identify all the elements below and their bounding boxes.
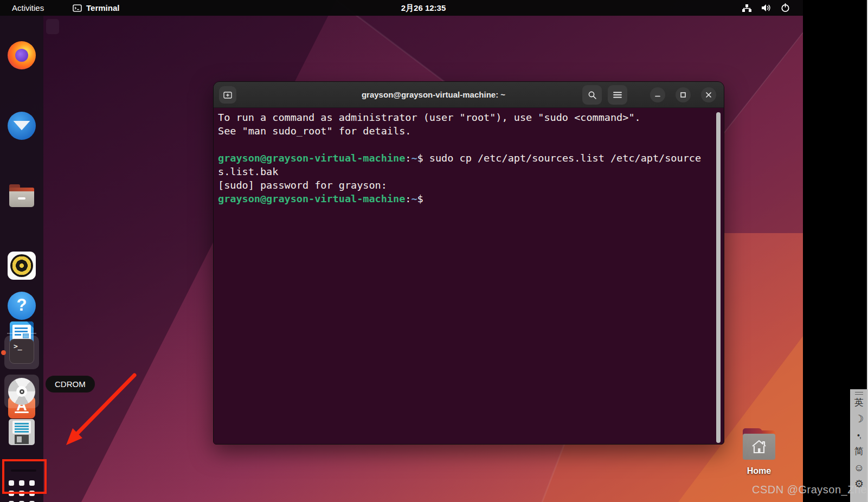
dock-item-thunderbird[interactable]: [8, 112, 36, 140]
terminal-header[interactable]: grayson@grayson-virtual-machine: ~: [214, 82, 724, 108]
focused-app-menu[interactable]: Terminal: [73, 0, 119, 16]
new-tab-button[interactable]: [219, 86, 236, 104]
screen: Activities Terminal 2月26 12:35: [0, 0, 868, 502]
writer-fold: [27, 321, 34, 328]
home-icon-label: Home: [747, 466, 771, 476]
terminal-line: See "man sudo_root" for details.: [218, 124, 724, 138]
minimize-button[interactable]: [650, 87, 665, 102]
floppy-shutter: [15, 435, 29, 444]
system-status-area[interactable]: [742, 0, 790, 16]
network-icon: [742, 4, 752, 12]
window-ghost-artifact: [46, 19, 59, 34]
bag-bar: [15, 411, 29, 413]
activities-button[interactable]: Activities: [12, 0, 44, 16]
terminal-app-icon: [73, 4, 82, 12]
ime-emoji-button[interactable]: ☺: [850, 460, 868, 476]
terminal-line: [218, 138, 724, 151]
writer-line: [15, 331, 28, 332]
ime-english-mode-button[interactable]: 英: [850, 395, 868, 411]
floppy-label: [12, 421, 31, 434]
power-icon: [781, 3, 790, 12]
dock-item-help[interactable]: ?: [8, 292, 36, 320]
dock-item-floppy-drive[interactable]: [9, 419, 35, 445]
dock-item-cdrom[interactable]: [8, 378, 35, 405]
floppy-line: [15, 426, 29, 427]
new-tab-icon: [223, 91, 232, 99]
window-title: grayson@grayson-virtual-machine: ~: [295, 82, 572, 108]
home-folder-body: [743, 434, 775, 460]
cd-pin: [20, 389, 24, 394]
floppy-shutter-window: [17, 436, 22, 442]
close-icon: [705, 92, 712, 98]
maximize-icon: [680, 92, 686, 98]
folder-dash: [18, 197, 25, 199]
terminal-scrollbar[interactable]: [716, 112, 721, 443]
ime-toolbar: 英 ☽ •, 简 ☺ ⚙: [850, 389, 868, 502]
dock-tooltip: CDROM: [46, 376, 95, 392]
menu-button[interactable]: [608, 85, 627, 105]
vm-desktop: Activities Terminal 2月26 12:35: [0, 0, 803, 502]
terminal-line: To run a command as administrator (user …: [218, 111, 724, 124]
hamburger-menu-icon: [613, 92, 622, 98]
close-button[interactable]: [701, 87, 716, 102]
annotation-highlight-rectangle: [2, 459, 47, 494]
writer-line: [15, 327, 28, 329]
maximize-button[interactable]: [676, 87, 691, 102]
terminal-output: To run a command as administrator (user …: [214, 108, 724, 444]
terminal-line: grayson@grayson-virtual-machine:~$ sudo …: [218, 151, 724, 165]
floppy-line: [15, 431, 29, 433]
terminal-line: grayson@grayson-virtual-machine:~$: [218, 192, 724, 205]
dock-item-terminal[interactable]: >_: [9, 339, 34, 364]
search-icon: [588, 91, 597, 100]
search-button[interactable]: [582, 85, 602, 105]
ime-half-width-button[interactable]: ☽: [850, 411, 868, 427]
dock: A ? >_: [0, 16, 43, 502]
dock-item-rhythmbox[interactable]: [8, 252, 36, 280]
floppy-line: [15, 423, 29, 424]
dock-separator: [7, 333, 36, 334]
ime-simplified-chinese-button[interactable]: 简: [850, 443, 868, 460]
terminal-line: s.list.bak: [218, 165, 724, 178]
terminal-line: [sudo] password for grayson:: [218, 178, 724, 192]
house-icon: [751, 439, 767, 454]
minimize-icon: [654, 92, 661, 98]
dock-item-firefox[interactable]: [8, 41, 36, 69]
terminal-window: grayson@grayson-virtual-machine: ~: [213, 81, 724, 445]
floppy-line: [15, 428, 29, 430]
ime-punctuation-button[interactable]: •,: [850, 427, 868, 443]
ime-settings-button[interactable]: ⚙: [850, 476, 868, 492]
top-bar: Activities Terminal 2月26 12:35: [0, 0, 803, 16]
desktop-icon-home[interactable]: [742, 427, 776, 462]
cd-hole: [16, 386, 27, 397]
volume-icon: [761, 4, 771, 12]
terminal-running-indicator: [1, 350, 6, 355]
clock[interactable]: 2月26 12:35: [401, 0, 446, 16]
focused-app-label: Terminal: [86, 3, 119, 12]
dock-item-files[interactable]: [8, 182, 36, 210]
